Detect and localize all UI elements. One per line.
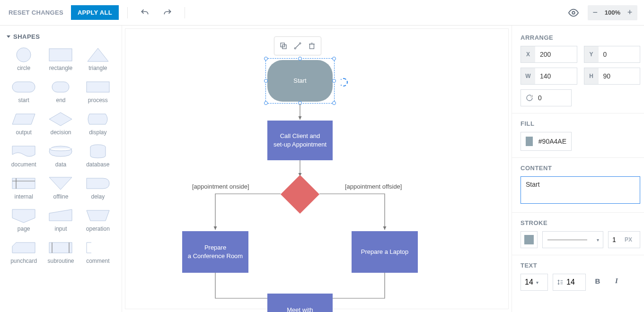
shape-document[interactable]: document	[7, 141, 41, 171]
start-icon	[11, 79, 36, 95]
shape-subroutine[interactable]: subroutine	[44, 238, 78, 267]
copy-button[interactable]	[276, 39, 291, 53]
shape-end[interactable]: end	[44, 77, 78, 106]
process-icon	[86, 79, 110, 95]
italic-button[interactable]: I	[609, 274, 624, 288]
copy-icon	[279, 42, 288, 50]
svg-point-1	[17, 48, 31, 62]
shape-label: start	[18, 97, 29, 104]
resize-handle-e[interactable]	[332, 79, 336, 83]
line-height-icon	[557, 279, 564, 286]
shape-start[interactable]: start	[7, 77, 41, 106]
shape-label: decision	[50, 129, 71, 136]
node-meet-client[interactable]: Meet with the Client	[267, 294, 333, 312]
field-y[interactable]: Y	[584, 46, 641, 63]
shape-display[interactable]: display	[81, 109, 115, 139]
shape-operation[interactable]: operation	[81, 206, 115, 235]
stroke-line-preview	[547, 240, 587, 240]
shape-triangle[interactable]: triangle	[81, 45, 115, 74]
node-decision[interactable]	[281, 175, 319, 214]
fill-title: FILL	[520, 120, 640, 127]
shape-process[interactable]: process	[81, 77, 115, 106]
canvas-area[interactable]: Start	[122, 26, 512, 312]
input-y[interactable]	[599, 51, 640, 58]
field-h[interactable]: H	[584, 68, 641, 85]
stroke-width-input[interactable]	[612, 236, 623, 243]
output-icon	[11, 111, 36, 127]
stroke-style-select[interactable]: ▾	[542, 231, 603, 248]
svg-marker-8	[49, 113, 72, 126]
zoom-out-button[interactable]: −	[588, 5, 603, 20]
redo-button[interactable]	[159, 4, 176, 21]
delete-button[interactable]	[305, 39, 319, 53]
node-start[interactable]: Start	[267, 60, 333, 102]
node-prepare-conf[interactable]: Prepare a Conference Room	[182, 231, 248, 273]
resize-handle-se[interactable]	[332, 101, 336, 105]
shape-database[interactable]: database	[81, 141, 115, 171]
node-call-text: Call Client and set-up Appointment	[273, 132, 326, 148]
shape-comment[interactable]: comment	[81, 238, 115, 267]
resize-handle-nw[interactable]	[264, 57, 268, 61]
shape-page[interactable]: page	[7, 206, 41, 235]
reset-changes-button[interactable]: RESET CHANGES	[7, 6, 65, 19]
input-h[interactable]	[599, 72, 640, 80]
fill-value: #90A4AE	[538, 138, 566, 145]
shape-label: comment	[86, 258, 109, 264]
svg-point-23	[294, 48, 296, 49]
shape-label: page	[18, 225, 30, 232]
shape-punchcard[interactable]: punchcard	[7, 238, 41, 267]
shape-internal[interactable]: internal	[7, 173, 41, 203]
field-w[interactable]: W	[520, 68, 577, 85]
apply-all-button[interactable]: APPLY ALL	[71, 5, 119, 20]
resize-handle-s[interactable]	[298, 101, 302, 105]
shape-label: process	[88, 97, 108, 104]
shape-output[interactable]: output	[7, 109, 41, 139]
document-icon	[11, 143, 36, 159]
line-height-field[interactable]: 14	[553, 274, 586, 291]
stroke-color-control[interactable]	[520, 231, 538, 248]
shapes-section-header[interactable]: SHAPES	[7, 33, 115, 40]
resize-handle-sw[interactable]	[264, 101, 268, 105]
input-rotation[interactable]	[538, 94, 566, 102]
shape-offline[interactable]: offline	[44, 173, 78, 203]
node-meet-text: Meet with the Client	[287, 306, 313, 312]
field-rotation[interactable]	[520, 89, 572, 106]
connect-button[interactable]	[291, 39, 305, 53]
input-x[interactable]	[535, 51, 577, 58]
svg-rect-5	[52, 82, 69, 92]
text-title: TEXT	[520, 262, 640, 269]
node-prepare-conf-text: Prepare a Conference Room	[188, 243, 243, 260]
shape-label: document	[11, 161, 36, 168]
circle-icon	[11, 47, 36, 63]
shape-data[interactable]: data	[44, 141, 78, 171]
shape-delay[interactable]: delay	[81, 173, 115, 203]
stroke-unit: PX	[625, 236, 632, 243]
shape-decision[interactable]: decision	[44, 109, 78, 139]
connect-icon	[293, 42, 302, 50]
top-toolbar: RESET CHANGES APPLY ALL − 100% +	[0, 0, 644, 26]
undo-button[interactable]	[136, 4, 153, 21]
shape-input[interactable]: input	[44, 206, 78, 235]
stroke-title: STROKE	[520, 219, 640, 226]
field-x[interactable]: X	[520, 46, 577, 63]
shape-circle[interactable]: circle	[7, 45, 41, 74]
zoom-in-button[interactable]: +	[622, 5, 637, 20]
stroke-width-field[interactable]: PX	[608, 231, 640, 248]
punchcard-icon	[11, 240, 36, 256]
shape-rectangle[interactable]: rectangle	[44, 45, 78, 74]
content-input[interactable]	[520, 176, 640, 204]
node-start-text: Start	[293, 77, 306, 85]
node-call-client[interactable]: Call Client and set-up Appointment	[267, 121, 333, 160]
input-w[interactable]	[535, 72, 577, 80]
edge-label-offside: [appointment offside]	[345, 183, 402, 190]
font-size-field[interactable]: 14 ▾	[520, 274, 548, 291]
font-size-value: 14	[525, 278, 533, 286]
preview-button[interactable]	[565, 4, 582, 21]
eye-icon	[568, 8, 579, 18]
resize-handle-ne[interactable]	[332, 57, 336, 61]
bold-button[interactable]: B	[591, 274, 605, 288]
node-prepare-laptop[interactable]: Prepare a Laptop	[352, 231, 418, 273]
fill-control[interactable]: #90A4AE	[520, 132, 572, 151]
label-w: W	[521, 68, 535, 84]
rotate-handle[interactable]	[339, 78, 348, 87]
